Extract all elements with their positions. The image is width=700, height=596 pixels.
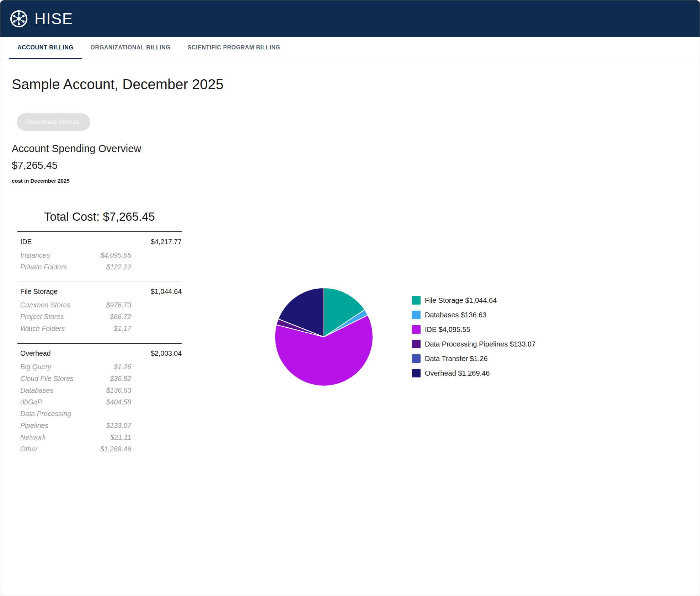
cost-section-header: Overhead $2,003.04 [17, 346, 182, 361]
pie-chart-svg [271, 284, 377, 390]
tab-label: SCIENTIFIC PROGRAM BILLING [187, 44, 280, 50]
tab-organizational-billing[interactable]: ORGANIZATIONAL BILLING [82, 37, 179, 59]
app-header: HISE [0, 0, 700, 37]
cost-line-item: Project Stores $66.72 [17, 311, 182, 323]
legend-swatch [412, 325, 421, 334]
cost-line-item: Data Processing Pipelines $133.07 [17, 408, 182, 431]
cost-table: Total Cost: $7,265.45 IDE $4,217.77 Inst… [17, 210, 182, 463]
cost-category-total: $1,044.64 [132, 288, 182, 296]
cost-item-amount: $36.92 [76, 373, 131, 385]
legend-swatch [412, 369, 421, 377]
cost-section-items: Instances $4,095.55 Private Folders $122… [17, 249, 182, 273]
cost-category-total: $2,003.04 [132, 349, 182, 358]
app-title: HISE [34, 11, 73, 27]
cost-item-amount: $404.58 [76, 396, 131, 408]
cost-item-amount: $1.26 [76, 361, 131, 373]
cost-category-total: $4,217.77 [132, 238, 182, 246]
cost-item-label: Project Stores [20, 311, 76, 323]
cost-line-item: Watch Folders $1.17 [17, 323, 182, 334]
cost-item-label: Databases [20, 385, 76, 396]
spending-detail-row: Total Cost: $7,265.45 IDE $4,217.77 Inst… [12, 210, 700, 463]
legend-label: IDE $4,095.55 [425, 326, 470, 334]
hise-logo-icon [10, 10, 28, 28]
cost-item-label: Common Stores [20, 299, 76, 311]
tab-account-billing[interactable]: ACCOUNT BILLING [9, 37, 82, 59]
cost-table-body: IDE $4,217.77 Instances $4,095.55 Privat… [17, 231, 182, 463]
cost-item-label: Watch Folders [20, 323, 76, 334]
cost-item-amount: $1,269.46 [76, 443, 131, 455]
legend-label: Overhead $1,269.46 [425, 369, 490, 377]
cost-category-name: File Storage [20, 288, 132, 296]
cost-section-items: Big Query $1.26 Cloud File Stores $36.92… [17, 361, 182, 455]
cost-section-file-storage: File Storage $1,044.64 Common Stores $97… [17, 281, 182, 343]
cost-item-label: Big Query [20, 361, 76, 373]
cost-item-amount: $122.22 [76, 261, 131, 273]
cost-item-label: Instances [20, 249, 76, 261]
cost-section-header: IDE $4,217.77 [17, 234, 182, 249]
main-content: Sample Account, December 2025 Download I… [0, 76, 700, 463]
cost-item-label: Cloud File Stores [20, 373, 76, 385]
cost-section-header: File Storage $1,044.64 [17, 284, 182, 299]
cost-item-amount: $976.73 [76, 299, 131, 311]
cost-category-name: IDE [20, 238, 132, 246]
cost-line-item: dbGaP $404.58 [17, 396, 182, 408]
legend-swatch [412, 340, 421, 348]
download-invoice-button[interactable]: Download Invoice [17, 113, 90, 131]
tab-scientific-program-billing[interactable]: SCIENTIFIC PROGRAM BILLING [179, 37, 289, 59]
total-caption: cost in December 2025 [12, 178, 700, 184]
chart-area: File Storage $1,044.64 Databases $136.63… [271, 284, 535, 390]
cost-item-amount: $21.11 [76, 431, 131, 443]
cost-item-amount: $66.72 [76, 311, 131, 323]
legend-label: Data Processing Pipelines $133.07 [425, 340, 535, 348]
cost-line-item: Big Query $1.26 [17, 361, 182, 373]
tab-label: ACCOUNT BILLING [17, 44, 73, 50]
legend-swatch [412, 354, 421, 363]
cost-line-item: Other $1,269.46 [17, 443, 182, 455]
legend-label: Data Transfer $1.26 [425, 355, 488, 363]
cost-item-label: Private Folders [20, 261, 76, 273]
spending-overview-heading: Account Spending Overview [12, 143, 700, 155]
cost-line-item: Instances $4,095.55 [17, 249, 182, 261]
cost-line-item: Databases $136.63 [17, 385, 182, 396]
chart-legend: File Storage $1,044.64 Databases $136.63… [412, 290, 535, 383]
cost-table-title: Total Cost: $7,265.45 [17, 210, 182, 224]
cost-item-amount: $136.63 [76, 385, 131, 396]
cost-line-item: Common Stores $976.73 [17, 299, 182, 311]
legend-item-file-storage: File Storage $1,044.64 [412, 296, 535, 305]
legend-item-ide: IDE $4,095.55 [412, 325, 535, 334]
cost-item-amount: $4,095.55 [76, 249, 131, 261]
cost-section-items: Common Stores $976.73 Project Stores $66… [17, 299, 182, 334]
cost-line-item: Network $21.11 [17, 431, 182, 443]
legend-swatch [412, 311, 421, 319]
tab-label: ORGANIZATIONAL BILLING [90, 44, 170, 50]
legend-label: Databases $136.63 [425, 311, 486, 319]
cost-line-item: Cloud File Stores $36.92 [17, 373, 182, 385]
cost-item-amount: $1.17 [76, 323, 131, 334]
cost-item-label: dbGaP [20, 396, 76, 408]
brand[interactable]: HISE [10, 10, 73, 28]
cost-item-label: Network [20, 431, 76, 443]
legend-item-databases: Databases $136.63 [412, 311, 535, 319]
cost-item-amount: $133.07 [76, 420, 131, 431]
cost-item-label: Other [20, 443, 76, 455]
cost-section-ide: IDE $4,217.77 Instances $4,095.55 Privat… [17, 231, 182, 281]
legend-label: File Storage $1,044.64 [425, 296, 497, 305]
total-amount: $7,265.45 [12, 160, 700, 171]
cost-item-label: Data Processing Pipelines [20, 408, 76, 431]
legend-item-data-processing-pipelines: Data Processing Pipelines $133.07 [412, 340, 535, 348]
cost-section-overhead: Overhead $2,003.04 Big Query $1.26 Cloud… [17, 343, 182, 463]
pie-chart [271, 284, 377, 390]
legend-item-overhead: Overhead $1,269.46 [412, 369, 535, 377]
legend-item-data-transfer: Data Transfer $1.26 [412, 354, 535, 363]
legend-swatch [412, 296, 421, 305]
cost-line-item: Private Folders $122.22 [17, 261, 182, 273]
page-title: Sample Account, December 2025 [12, 76, 700, 93]
cost-category-name: Overhead [20, 349, 132, 358]
app-window: HISE ACCOUNT BILLINGORGANIZATIONAL BILLI… [0, 0, 700, 596]
tab-bar: ACCOUNT BILLINGORGANIZATIONAL BILLINGSCI… [0, 37, 700, 59]
